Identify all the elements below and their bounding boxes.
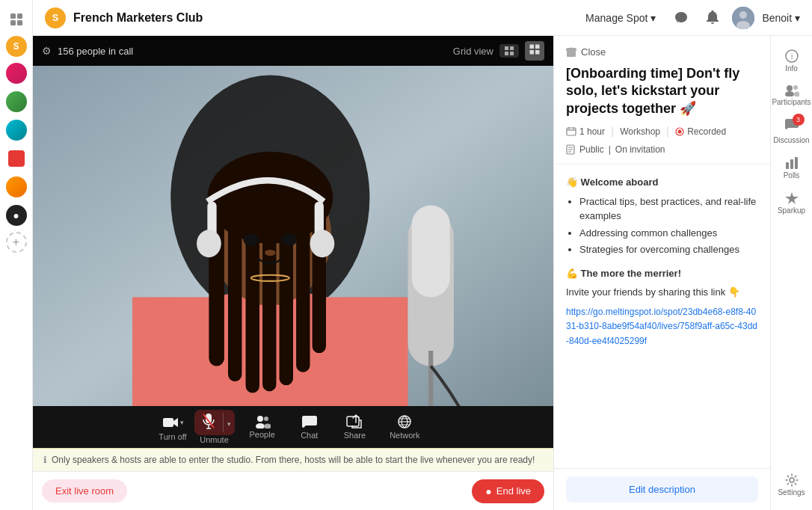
apps-icon[interactable] (4, 7, 28, 31)
notification-bell-icon[interactable] (701, 6, 725, 30)
view-toggle-button[interactable] (499, 44, 519, 58)
svg-rect-8 (510, 46, 514, 50)
close-label: Close (581, 46, 606, 58)
left-sidebar: S ● + (0, 0, 33, 510)
panel-tags: 1 hour | Workshop | Recorded (566, 125, 758, 138)
share-button[interactable]: Share (332, 411, 378, 443)
svg-marker-73 (785, 192, 799, 204)
header-logo: S (45, 7, 66, 28)
polls-icon-button[interactable]: Polls (774, 152, 810, 184)
sidebar-channel-red[interactable] (4, 147, 28, 170)
camera-button[interactable]: ▾ (155, 413, 191, 432)
people-button[interactable]: People (238, 412, 287, 442)
settings-gear-icon[interactable]: ⚙ (42, 45, 52, 57)
video-frame (33, 66, 553, 406)
svg-rect-7 (505, 46, 508, 50)
network-label: Network (390, 431, 419, 440)
svg-point-36 (265, 250, 275, 256)
svg-rect-12 (535, 45, 540, 49)
svg-rect-10 (510, 52, 514, 55)
participants-icon-button[interactable]: Participants (774, 80, 810, 111)
svg-rect-1 (17, 13, 22, 19)
svg-rect-54 (567, 128, 576, 135)
edit-description-button[interactable]: Edit description (566, 476, 758, 503)
svg-point-66 (787, 85, 793, 91)
info-label: Info (785, 64, 798, 73)
svg-rect-41 (163, 418, 173, 427)
network-button[interactable]: Network (378, 411, 431, 443)
invite-link[interactable]: https://go.meltingspot.io/spot/23db4e68-… (566, 307, 757, 346)
chat-icon-button[interactable] (669, 6, 693, 30)
info-icon-button[interactable]: i Info (774, 45, 810, 77)
sidebar-avatar-s[interactable]: S (6, 36, 27, 57)
exit-live-room-button[interactable]: Exit live room (42, 479, 127, 503)
action-bar: Exit live room ● End live (33, 471, 553, 510)
chat-label: Chat (301, 431, 318, 440)
edit-description-bar: Edit description (554, 468, 770, 510)
merrier-heading: 💪 The more the merrier! (566, 266, 758, 281)
camera-control-group: ▾ Turn off (155, 413, 191, 441)
svg-rect-28 (296, 219, 310, 372)
people-count-label: 156 people in call (58, 46, 133, 57)
svg-rect-70 (786, 162, 789, 169)
svg-rect-39 (412, 206, 450, 298)
end-live-button[interactable]: ● End live (472, 479, 544, 503)
svg-rect-24 (228, 221, 242, 381)
invite-text: Invite your friends by sharing this link… (566, 285, 758, 300)
svg-rect-40 (428, 351, 433, 406)
svg-rect-0 (10, 13, 16, 19)
mic-dropdown[interactable]: ▾ (223, 413, 235, 432)
bullet-list: Practical tips, best practices, and real… (566, 194, 758, 257)
sidebar-channel-green[interactable] (4, 90, 28, 114)
svg-rect-72 (795, 157, 798, 169)
svg-rect-9 (505, 52, 508, 55)
svg-point-46 (257, 416, 263, 422)
svg-point-5 (739, 11, 747, 19)
top-header: S French Marketers Club Manage Spot ▾ Be… (33, 0, 812, 36)
svg-rect-2 (10, 20, 16, 25)
svg-point-47 (256, 423, 265, 428)
recorded-tag: Recorded (675, 126, 726, 137)
sidebar-channel-pink[interactable] (4, 61, 28, 85)
mic-button[interactable] (194, 410, 223, 435)
end-live-label: End live (496, 485, 531, 497)
sidebar-channel-teal[interactable] (4, 118, 28, 142)
info-bar: ℹ Only speakers & hosts are able to ente… (33, 448, 553, 471)
right-icons-sidebar: i Info Participants (770, 36, 812, 510)
polls-label: Polls (784, 171, 800, 179)
chat-button[interactable]: Chat (287, 411, 332, 443)
panel-header: Close [Onboarding time] Don't fly solo, … (554, 36, 770, 165)
header-title: French Marketers Club (73, 11, 203, 25)
welcome-heading: 👋 Welcome aboard (566, 175, 758, 190)
people-label: People (250, 430, 275, 439)
svg-rect-13 (530, 50, 535, 55)
main-area: S French Marketers Club Manage Spot ▾ Be… (33, 0, 812, 510)
duration-tag: 1 hour (566, 126, 605, 137)
sparkup-icon-button[interactable]: Sparkup (774, 187, 810, 219)
bullet-item-1: Practical tips, best practices, and real… (579, 194, 758, 224)
grid-view-label: Grid view (453, 46, 493, 57)
discussion-icon-button[interactable]: 3 Discussion (774, 114, 810, 149)
settings-icon-button[interactable]: Settings (774, 469, 810, 501)
bullet-item-3: Strategies for overcoming challenges (579, 242, 758, 257)
username-label[interactable]: Benoit ▾ (762, 12, 800, 24)
panel-title: [Onboarding time] Don't fly solo, let's … (566, 65, 758, 117)
add-channel-button[interactable]: + (6, 232, 27, 253)
right-panel: Close [Onboarding time] Don't fly solo, … (553, 36, 770, 510)
camera-label: Turn off (159, 432, 186, 441)
svg-rect-14 (535, 50, 540, 55)
mic-label: Unmute (200, 435, 229, 444)
video-section: ⚙ 156 people in call Grid view (33, 36, 553, 510)
sidebar-channel-orange[interactable] (4, 175, 28, 199)
sidebar-channel-dark[interactable]: ● (4, 203, 28, 227)
grid-active-button[interactable] (525, 41, 544, 61)
access-type: On invitation (615, 144, 665, 155)
close-panel-button[interactable]: Close (566, 46, 758, 58)
svg-point-34 (243, 233, 258, 245)
svg-rect-53 (567, 51, 576, 57)
manage-spot-button[interactable]: Manage Spot ▾ (579, 9, 662, 27)
bottom-controls: ▾ Turn off (33, 406, 553, 448)
user-avatar[interactable] (732, 7, 754, 29)
svg-point-33 (310, 230, 335, 257)
participants-label: Participants (772, 98, 811, 106)
